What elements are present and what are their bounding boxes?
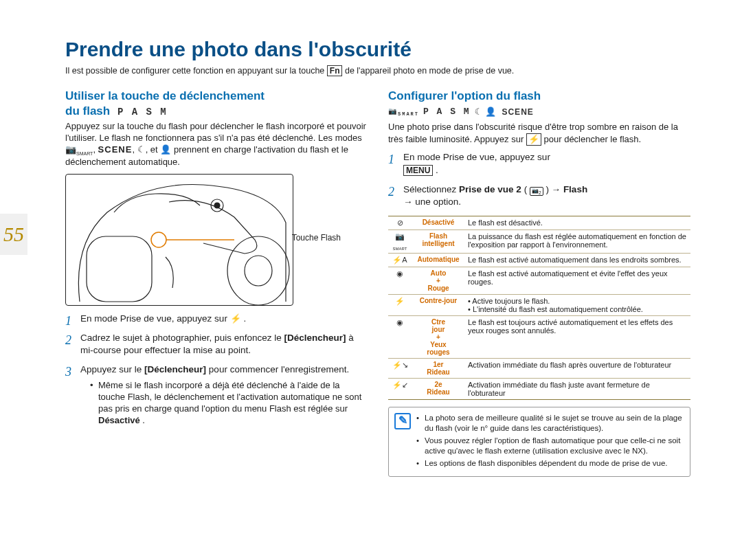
left-para1-c: , et	[146, 144, 161, 155]
right-para-b: pour déclencher le flash.	[544, 134, 642, 144]
left-section-title: Utiliser la touche de déclenchement du f…	[65, 89, 368, 118]
option-label: 1erRideau	[412, 358, 465, 378]
table-row: 📷SMARTFlashintelligentLa puissance du fl…	[388, 229, 690, 253]
flash-key-box: ⚡	[526, 133, 541, 146]
left-step1-end: .	[243, 313, 246, 324]
night-icon: ☾	[137, 144, 146, 155]
left-bullet: Même si le flash incorporé a déjà été dé…	[90, 380, 368, 427]
right-step1-b: .	[436, 165, 438, 175]
intro-after: de l'appareil photo en mode de prise de …	[345, 66, 514, 76]
note-icon: ✎	[394, 413, 411, 429]
camera-sub2-icon: 📷2	[530, 187, 543, 197]
table-row: ⚡↙2eRideauActivation immédiate du flash …	[388, 378, 690, 399]
smart-mode-icon: 📷SMART	[388, 107, 419, 117]
table-row: ⚡AAutomatiqueLe flash est activé automat…	[388, 253, 690, 267]
left-bullet-b: .	[142, 415, 145, 425]
right-step2-a: Sélectionnez	[403, 184, 459, 194]
intro-text: Il est possible de configurer cette fonc…	[65, 65, 690, 76]
left-step3-b: pour commencer l'enregistrement.	[209, 364, 349, 374]
note-box: ✎ La photo sera de meilleure qualité si …	[388, 407, 690, 477]
option-label: Auto+Rouge	[412, 267, 465, 294]
shutter-bold-2: [Déclencheur]	[144, 364, 206, 374]
note-item: Les options de flash disponibles dépende…	[416, 458, 683, 469]
right-step2-mid: (	[524, 184, 528, 194]
option-icon: ◉	[388, 267, 412, 294]
table-row: ⚡Contre-jour• Active toujours le flash.•…	[388, 294, 690, 315]
note-item: Vous pouvez régler l'option de flash aut…	[416, 436, 683, 456]
option-label: Ctrejour+Yeuxrouges	[412, 315, 465, 358]
intro-before: Il est possible de configurer cette fonc…	[65, 66, 327, 76]
svg-point-3	[245, 256, 272, 286]
option-label: Automatique	[412, 253, 465, 267]
note-item: La photo sera de meilleure qualité si le…	[416, 413, 683, 434]
left-step-2: Cadrez le sujet à photographier, puis en…	[65, 332, 368, 357]
left-bullet-a: Même si le flash incorporé a déjà été dé…	[98, 380, 361, 414]
table-row: ⚡↘1erRideauActivation immédiate du flash…	[388, 358, 690, 378]
right-step-1: En mode Prise de vue, appuyez sur MENU .	[388, 151, 690, 176]
option-icon: ⚡↘	[388, 358, 412, 378]
right-step1-a: En mode Prise de vue, appuyez sur	[403, 152, 550, 162]
option-desc: • Active toujours le flash.• L'intensité…	[465, 294, 690, 315]
right-step2-bold1: Prise de vue 2	[459, 184, 521, 194]
option-desc: Le flash est activé automatiquement et é…	[465, 267, 690, 294]
right-step2-bold2: Flash	[563, 184, 587, 194]
right-step2-b: → une option.	[403, 197, 461, 207]
page-title: Prendre une photo dans l'obscurité	[65, 38, 690, 61]
right-mode-row: 📷SMART P A S M ☾ 👤 SCENE	[388, 107, 690, 117]
fn-key: Fn	[327, 65, 343, 76]
option-desc: Le flash est désactivé.	[465, 216, 690, 229]
option-desc: La puissance du flash est réglée automat…	[465, 229, 690, 253]
svg-point-1	[214, 203, 220, 208]
option-icon: ◉	[388, 315, 412, 358]
portrait-mode-icon: 👤	[485, 107, 497, 117]
left-step-3: Appuyez sur le [Déclencheur] pour commen…	[65, 363, 368, 427]
option-label: Flashintelligent	[412, 229, 465, 253]
night-mode-icon: ☾	[475, 107, 482, 117]
table-row: ◉Auto+RougeLe flash est activé automatiq…	[388, 267, 690, 294]
flash-key-icon: ⚡	[230, 313, 241, 325]
option-desc: Activation immédiate du flash après ouve…	[465, 358, 690, 378]
left-para1-b: ,	[93, 144, 98, 155]
left-step3-a: Appuyez sur le	[80, 364, 144, 374]
svg-point-2	[227, 236, 289, 305]
option-icon: ⚡	[388, 294, 412, 315]
right-step-2: Sélectionnez Prise de vue 2 ( 📷2 ) → Fla…	[388, 183, 690, 209]
left-step2-a: Cadrez le sujet à photographier, puis en…	[80, 333, 284, 343]
right-step2-after-icon: ) →	[546, 184, 563, 194]
left-title-line2: du flash	[65, 104, 110, 117]
left-bullet-bold: Désactivé	[98, 415, 140, 425]
right-section-title: Configurer l'option du flash	[388, 89, 690, 103]
left-para1: Appuyez sur la touche du flash pour décl…	[65, 121, 368, 168]
option-desc: Le flash est toujours activé automatique…	[465, 315, 690, 358]
option-icon: ⊘	[388, 216, 412, 229]
menu-key: MENU	[403, 165, 433, 176]
page-number-tab: 55	[0, 214, 27, 255]
scene-badge: SCENE	[98, 144, 133, 155]
left-para1-a: Appuyez sur la touche du flash pour décl…	[65, 121, 366, 143]
flash-options-table: ⊘DésactivéLe flash est désactivé.📷SMARTF…	[388, 216, 690, 400]
shutter-bold-1: [Déclencheur]	[284, 333, 346, 343]
svg-point-5	[151, 232, 166, 247]
scene-mode: SCENE	[502, 107, 533, 117]
option-label: Désactivé	[412, 216, 465, 229]
right-modes: P A S M	[423, 107, 471, 117]
left-step-1: En mode Prise de vue, appuyez sur ⚡ .	[65, 313, 368, 325]
camera-svg	[66, 175, 293, 305]
smart-icon: 📷SMART	[65, 144, 93, 155]
diagram-label: Touche Flash	[292, 233, 341, 243]
option-icon: ⚡A	[388, 253, 412, 267]
option-icon: ⚡↙	[388, 378, 412, 399]
svg-rect-4	[87, 236, 152, 302]
option-icon: 📷SMART	[388, 229, 412, 253]
option-label: 2eRideau	[412, 378, 465, 399]
left-step1-text: En mode Prise de vue, appuyez sur	[80, 313, 230, 324]
table-row: ⊘DésactivéLe flash est désactivé.	[388, 216, 690, 229]
option-desc: Activation immédiate du flash juste avan…	[465, 378, 690, 399]
portrait-icon: 👤	[160, 144, 171, 155]
left-modes: P A S M	[117, 107, 168, 117]
right-para: Une photo prise dans l'obscurité risque …	[388, 122, 690, 146]
camera-diagram: Touche Flash	[65, 174, 293, 306]
option-label: Contre-jour	[412, 294, 465, 315]
table-row: ◉Ctrejour+YeuxrougesLe flash est toujour…	[388, 315, 690, 358]
left-title-line1: Utiliser la touche de déclenchement	[65, 89, 265, 102]
